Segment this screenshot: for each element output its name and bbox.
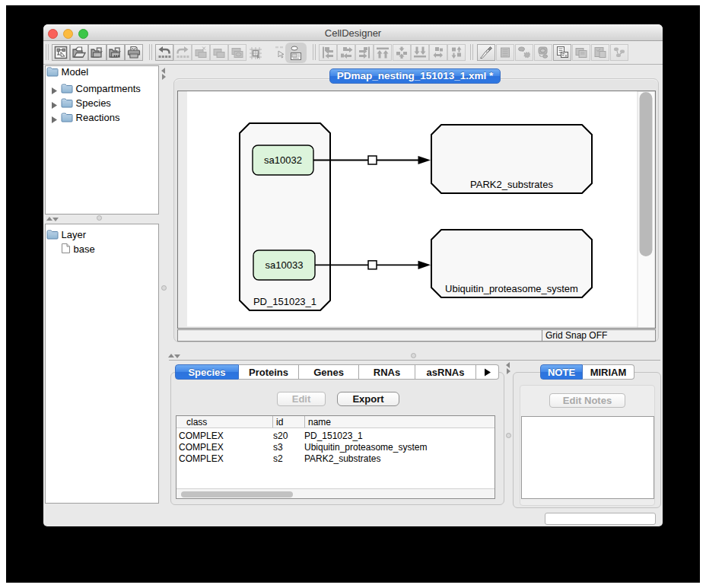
svg-text:PARK2_substrates: PARK2_substrates (470, 179, 553, 190)
svg-text:Ubiquitin_proteasome_system: Ubiquitin_proteasome_system (445, 283, 578, 294)
svg-text:PD_151023_1: PD_151023_1 (253, 296, 316, 307)
svg-text:sa10033: sa10033 (266, 259, 304, 271)
svg-text:sa10032: sa10032 (264, 154, 302, 166)
